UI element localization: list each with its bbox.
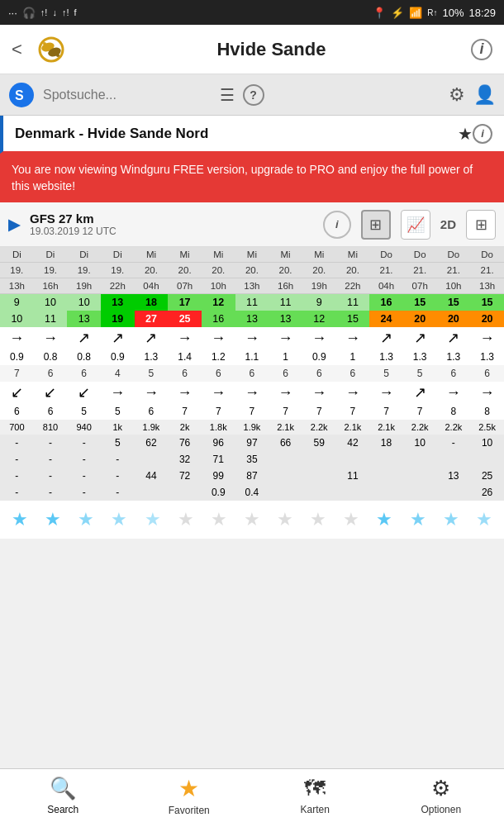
model-info-button[interactable]: i [323, 211, 351, 239]
data-cell: 26 [470, 484, 504, 501]
wind-speed-cell: 13 [101, 294, 135, 311]
date-cell: 20. [202, 263, 235, 278]
search-input[interactable] [43, 88, 212, 102]
wave-period-cell: 7 [269, 403, 302, 420]
table-view-button[interactable]: ⊞ [361, 210, 391, 240]
data-cell: 10 [470, 435, 504, 451]
data-cell: - [0, 484, 34, 501]
nav-optionen[interactable]: ⚙ Optionen [378, 769, 505, 822]
data-cell: - [34, 468, 68, 484]
day-cell: Di [0, 247, 34, 263]
data-cell: - [67, 435, 101, 451]
gust-cell: 13 [269, 311, 302, 327]
wave-dir-cell: → [336, 382, 370, 403]
wave-period-cell: 5 [101, 403, 135, 420]
model-name: GFS 27 km [30, 211, 313, 226]
info-button[interactable]: i [471, 39, 492, 60]
data-cell: - [101, 451, 135, 468]
date-cell: 19. [0, 263, 34, 278]
data-cell: 0.4 [235, 484, 269, 501]
back-button[interactable]: < [12, 39, 22, 60]
menu-icon[interactable]: ☰ [220, 85, 235, 105]
gust-cell: 20 [470, 311, 504, 327]
spot-info-button[interactable]: i [473, 124, 492, 144]
data-cell [135, 484, 169, 501]
help-icon[interactable]: ? [243, 84, 264, 106]
wave-period-cell: 5 [67, 403, 101, 420]
wave-height-cell: 6 [437, 365, 471, 382]
table-icon: ⊞ [369, 216, 382, 234]
time-cell: 07h [403, 278, 437, 294]
user-icon[interactable]: 👤 [473, 84, 496, 106]
bluetooth-icon: ⚡ [391, 7, 404, 19]
data-cell: 0.9 [202, 484, 235, 501]
data-cell: 66 [269, 435, 302, 451]
nav-karten[interactable]: 🗺 Karten [252, 769, 378, 822]
data-cell: 62 [135, 435, 169, 451]
spot-favorite-star[interactable]: ★ [458, 124, 473, 144]
wind-dir-val: 1.3 [135, 349, 169, 365]
grid-icon: ⊞ [475, 216, 487, 234]
svg-point-3 [43, 42, 46, 45]
data-cell [369, 484, 403, 501]
wind-dir-values-row: 0.9 0.8 0.8 0.9 1.3 1.4 1.2 1.1 1 0.9 1 … [0, 349, 504, 365]
wave-period-cell: 6 [0, 403, 34, 420]
day-cell: Mi [336, 247, 370, 263]
wave-dir-cell: → [437, 382, 471, 403]
signal-icon3: ↑! [62, 7, 69, 17]
date-cell: 20. [235, 263, 269, 278]
data-cell: 13 [437, 468, 471, 484]
day-cell: Mi [202, 247, 235, 263]
nav-search[interactable]: 🔍 Search [0, 769, 126, 822]
wind-dir-cell: ↗ [369, 327, 403, 349]
data-cell [369, 451, 403, 468]
signal-icon2: ↓ [52, 7, 57, 17]
stars-row: ★ ★ ★ ★ ★ ★ ★ ★ ★ ★ ★ ★ ★ ★ ★ [0, 501, 504, 539]
data-cell: 71 [202, 451, 235, 468]
wind-dir-cell: → [202, 327, 235, 349]
nav-favoriten[interactable]: ★ Favoriten [126, 769, 253, 822]
search-nav-label: Search [47, 804, 78, 815]
data-cell: 76 [168, 435, 202, 451]
cloud-cell: 1.9k [135, 420, 169, 435]
wind-dir-cell: → [235, 327, 269, 349]
data-cell: - [34, 484, 68, 501]
cloud-cell: 1.9k [235, 420, 269, 435]
headphone-icon: 🎧 [22, 7, 36, 19]
day-cell: Di [67, 247, 101, 263]
gust-cell: 27 [135, 311, 169, 327]
wave-direction-row: ↙ ↙ ↙ → → → → → → → → → ↗ → → [0, 382, 504, 403]
grid-view-button[interactable]: ⊞ [466, 210, 496, 240]
wave-period-cell: 8 [437, 403, 471, 420]
wind-speed-cell: 9 [0, 294, 34, 311]
wind-dir-cell: → [34, 327, 68, 349]
data-cell: 97 [235, 435, 269, 451]
star-rating-5: ★ [138, 509, 168, 530]
map-nav-label: Karten [301, 804, 330, 815]
data-cell [403, 468, 437, 484]
star-rating-2: ★ [38, 509, 68, 530]
cloud-cell: 2.1k [369, 420, 403, 435]
data-row-2: - - - - 32 71 35 [0, 451, 504, 468]
date-cell: 20. [336, 263, 370, 278]
star-rating-15: ★ [469, 509, 499, 530]
day-cell: Mi [302, 247, 336, 263]
2d-view-button[interactable]: 2D [440, 217, 456, 231]
cloud-cell: 1.8k [202, 420, 235, 435]
wind-direction-row: → → ↗ ↗ ↗ → → → → → → ↗ ↗ ↗ → [0, 327, 504, 349]
gear-icon[interactable]: ⚙ [449, 84, 465, 106]
data-cell: 35 [235, 451, 269, 468]
wave-dir-cell: ↗ [403, 382, 437, 403]
chart-view-button[interactable]: 📈 [401, 210, 430, 240]
wind-dir-cell: → [302, 327, 336, 349]
wave-period-cell: 6 [34, 403, 68, 420]
wind-speed-cell: 10 [34, 294, 68, 311]
wind-dir-val: 1.3 [369, 349, 403, 365]
data-cell: - [0, 451, 34, 468]
wave-period-cell: 7 [235, 403, 269, 420]
wind-dir-cell: ↗ [101, 327, 135, 349]
day-cell: Di [34, 247, 68, 263]
svg-text:S: S [15, 88, 24, 102]
gust-cell: 25 [168, 311, 202, 327]
gust-cell: 15 [336, 311, 370, 327]
